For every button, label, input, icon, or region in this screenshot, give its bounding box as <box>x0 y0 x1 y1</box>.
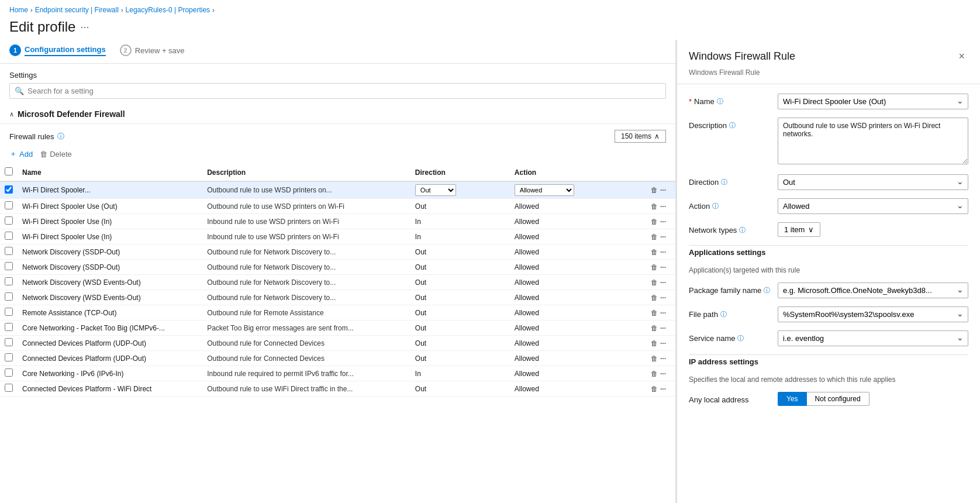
row-action[interactable]: AllowedBlockedNot configured <box>510 181 646 199</box>
rules-info-icon[interactable]: ⓘ <box>57 132 64 142</box>
row-checkbox[interactable] <box>5 247 13 255</box>
breadcrumb-home[interactable]: Home <box>9 6 28 14</box>
description-info-icon[interactable]: ⓘ <box>729 121 736 130</box>
row-direction[interactable]: Out <box>410 290 510 305</box>
row-checkbox[interactable] <box>5 277 13 285</box>
breadcrumb-endpoint[interactable]: Endpoint security | Firewall <box>35 6 119 14</box>
table-row[interactable]: Network Discovery (SSDP-Out)Outbound rul… <box>0 244 675 260</box>
row-action[interactable]: Allowed <box>510 275 646 290</box>
package-family-info-icon[interactable]: ⓘ <box>764 286 770 295</box>
table-row[interactable]: Wi-Fi Direct Spooler Use (Out)Outbound r… <box>0 199 675 214</box>
row-action-select[interactable]: AllowedBlockedNot configured <box>515 184 574 196</box>
row-checkbox[interactable] <box>5 338 13 346</box>
row-direction[interactable]: In <box>410 366 510 381</box>
row-more-icon[interactable]: ··· <box>660 309 666 317</box>
delete-button[interactable]: 🗑 Delete <box>40 150 72 159</box>
row-direction[interactable]: Out <box>410 275 510 290</box>
row-more-icon[interactable]: ··· <box>660 385 666 393</box>
row-more-icon[interactable]: ··· <box>660 233 666 241</box>
table-row[interactable]: Remote Assistance (TCP-Out)Outbound rule… <box>0 305 675 321</box>
row-delete-icon[interactable]: 🗑 <box>651 248 658 256</box>
row-checkbox[interactable] <box>5 262 13 270</box>
breadcrumb-legacy[interactable]: LegacyRules-0 | Properties <box>126 6 211 14</box>
network-types-info-icon[interactable]: ⓘ <box>739 226 746 235</box>
row-more-icon[interactable]: ··· <box>660 248 666 256</box>
row-more-icon[interactable]: ··· <box>660 278 666 287</box>
step-1[interactable]: 1 Configuration settings <box>9 44 106 56</box>
search-input[interactable] <box>27 87 661 95</box>
table-row[interactable]: Connected Devices Platform - WiFi Direct… <box>0 381 675 397</box>
row-direction[interactable]: In <box>410 229 510 244</box>
row-direction[interactable]: Out <box>410 260 510 275</box>
row-delete-icon[interactable]: 🗑 <box>651 233 658 241</box>
row-checkbox[interactable] <box>5 323 13 331</box>
row-checkbox[interactable] <box>5 232 13 240</box>
row-action[interactable]: Allowed <box>510 244 646 260</box>
row-delete-icon[interactable]: 🗑 <box>651 370 658 378</box>
row-delete-icon[interactable]: 🗑 <box>651 186 658 194</box>
table-row[interactable]: Core Networking - IPv6 (IPv6-In)Inbound … <box>0 366 675 381</box>
row-delete-icon[interactable]: 🗑 <box>651 354 658 363</box>
direction-select[interactable]: Out In Not configured <box>778 174 968 190</box>
name-info-icon[interactable]: ⓘ <box>717 97 723 106</box>
row-direction[interactable]: Out <box>410 305 510 321</box>
row-action[interactable]: Allowed <box>510 336 646 351</box>
row-delete-icon[interactable]: 🗑 <box>651 385 658 393</box>
row-delete-icon[interactable]: 🗑 <box>651 324 658 332</box>
row-direction[interactable]: Out <box>410 199 510 214</box>
row-more-icon[interactable]: ··· <box>660 202 666 211</box>
section-collapse-chevron[interactable]: ∧ <box>9 111 14 118</box>
row-delete-icon[interactable]: 🗑 <box>651 278 658 287</box>
panel-close-button[interactable]: × <box>955 49 968 64</box>
table-row[interactable]: Wi-Fi Direct Spooler Use (In)Inbound rul… <box>0 229 675 244</box>
row-action[interactable]: Allowed <box>510 260 646 275</box>
row-direction[interactable]: Out <box>410 351 510 366</box>
row-direction[interactable]: Out <box>410 321 510 336</box>
row-direction[interactable]: Out <box>410 336 510 351</box>
row-direction[interactable]: InOut <box>410 181 510 199</box>
row-delete-icon[interactable]: 🗑 <box>651 294 658 302</box>
row-action[interactable]: Allowed <box>510 305 646 321</box>
row-more-icon[interactable]: ··· <box>660 218 666 226</box>
table-row[interactable]: Network Discovery (WSD Events-Out)Outbou… <box>0 290 675 305</box>
name-select[interactable]: Wi-Fi Direct Spooler Use (Out) <box>778 94 968 109</box>
action-info-icon[interactable]: ⓘ <box>712 202 719 211</box>
row-action[interactable]: Allowed <box>510 229 646 244</box>
file-path-info-icon[interactable]: ⓘ <box>720 310 727 319</box>
row-action[interactable]: Allowed <box>510 381 646 397</box>
description-textarea[interactable]: Outbound rule to use WSD printers on Wi-… <box>778 118 968 164</box>
table-row[interactable]: Network Discovery (WSD Events-Out)Outbou… <box>0 275 675 290</box>
row-delete-icon[interactable]: 🗑 <box>651 218 658 226</box>
row-checkbox[interactable] <box>5 353 13 361</box>
row-action[interactable]: Allowed <box>510 214 646 229</box>
row-direction[interactable]: Out <box>410 381 510 397</box>
row-more-icon[interactable]: ··· <box>660 263 666 271</box>
items-count-badge[interactable]: 150 items ∧ <box>615 130 666 143</box>
row-more-icon[interactable]: ··· <box>660 324 666 332</box>
service-name-select[interactable]: i.e. eventlog <box>778 330 968 346</box>
row-checkbox[interactable] <box>5 185 13 194</box>
row-more-icon[interactable]: ··· <box>660 339 666 347</box>
direction-info-icon[interactable]: ⓘ <box>721 178 727 187</box>
row-direction[interactable]: Out <box>410 244 510 260</box>
service-name-info-icon[interactable]: ⓘ <box>737 334 744 343</box>
row-more-icon[interactable]: ··· <box>660 186 666 194</box>
row-delete-icon[interactable]: 🗑 <box>651 309 658 317</box>
action-select[interactable]: Allowed Blocked Not configured <box>778 198 968 214</box>
package-family-select[interactable]: e.g. Microsoft.Office.OneNote_8wekyb3d8.… <box>778 282 968 298</box>
row-checkbox[interactable] <box>5 384 13 392</box>
add-button[interactable]: ＋ Add <box>9 149 33 159</box>
row-action[interactable]: Allowed <box>510 351 646 366</box>
row-action[interactable]: Allowed <box>510 321 646 336</box>
row-delete-icon[interactable]: 🗑 <box>651 263 658 271</box>
row-more-icon[interactable]: ··· <box>660 370 666 378</box>
row-delete-icon[interactable]: 🗑 <box>651 202 658 211</box>
row-delete-icon[interactable]: 🗑 <box>651 339 658 347</box>
table-row[interactable]: Core Networking - Packet Too Big (ICMPv6… <box>0 321 675 336</box>
page-options-button[interactable]: ··· <box>80 21 89 33</box>
row-direction-select[interactable]: InOut <box>415 184 456 196</box>
table-row[interactable]: Wi-Fi Direct Spooler Use (In)Inbound rul… <box>0 214 675 229</box>
table-row[interactable]: Wi-Fi Direct Spooler...Outbound rule to … <box>0 181 675 199</box>
table-row[interactable]: Network Discovery (SSDP-Out)Outbound rul… <box>0 260 675 275</box>
file-path-select[interactable]: %SystemRoot%\system32\spoolsv.exe <box>778 306 968 322</box>
